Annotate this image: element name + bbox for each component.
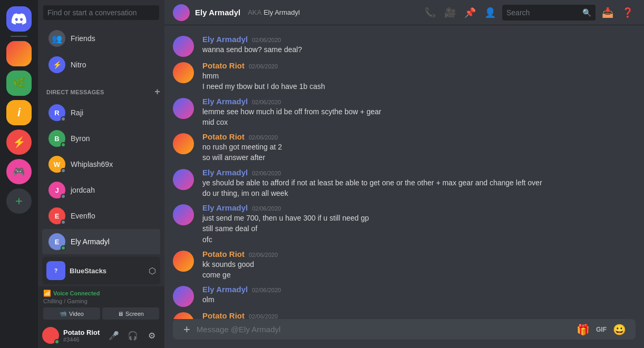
screen-button[interactable]: 🖥 Screen [102, 307, 159, 320]
user-panel: Potato Riot #3446 🎤 🎧 ⚙ [38, 323, 164, 348]
new-dm-button[interactable]: + [154, 86, 160, 97]
msg-avatar-ely-5 [173, 204, 194, 225]
message-group-1: Potato Riot 02/06/2020 hmm I need my tbo… [164, 60, 644, 94]
chat-header: Ely Armadyl AKA Ely Armadyl 📞 🎥 📌 👤 🔍 📥 … [164, 0, 644, 25]
add-server-button[interactable]: + [6, 188, 32, 214]
voice-connected-label: Voice Connected [53, 290, 100, 296]
msg-timestamp-5: 02/06/2020 [252, 205, 281, 212]
msg-text-1-1: I need my tbow but I do have 1b cash [202, 82, 636, 92]
msg-content-4: Ely Armadyl 02/06/2020 ye should be able… [202, 168, 636, 200]
message-group-0: Ely Armadyl 02/06/2020 wanna send bow? s… [164, 34, 644, 58]
sidebar-item-nitro[interactable]: ⚡ Nitro [42, 52, 160, 77]
dm-item-byron[interactable]: B Byron [42, 126, 160, 151]
friends-label: Friends [71, 34, 95, 43]
nitro-icon: ⚡ [48, 56, 65, 73]
sidebar-item-friends[interactable]: 👥 Friends [42, 26, 160, 51]
msg-avatar-ely-0 [173, 36, 194, 57]
bluestacks-icon: ? [46, 261, 65, 280]
bluestacks-expand-icon[interactable]: ⬡ [149, 266, 156, 276]
voice-channel-label: Chilling / Gaming [43, 298, 159, 304]
gift-button[interactable]: 🎁 [575, 322, 591, 337]
friends-icon: 👥 [48, 30, 65, 47]
avatar-byron: B [48, 130, 65, 147]
screen-icon: 🖥 [118, 311, 123, 317]
msg-author-7: Ely Armadyl [202, 285, 248, 294]
pin-button[interactable]: 📌 [462, 5, 478, 21]
avatar-whiplash: W [48, 156, 65, 173]
user-tag: #3446 [63, 336, 101, 343]
dm-name-whiplash: Whiplash69x [71, 160, 113, 168]
msg-avatar-potato-6 [173, 251, 194, 272]
user-avatar [42, 327, 59, 344]
message-input-area: + 🎁 GIF 😀 [164, 319, 644, 348]
user-name: Potato Riot [63, 329, 101, 336]
msg-avatar-ely-2 [173, 98, 194, 119]
search-box: 🔍 [502, 5, 596, 21]
input-right-icons: 🎁 GIF 😀 [575, 322, 627, 337]
msg-text-6-1: come ge [202, 270, 636, 280]
bluestacks-name: BlueStacks [70, 267, 106, 275]
video-call-button[interactable]: 🎥 [442, 5, 458, 21]
message-group-5: Ely Armadyl 02/06/2020 just send me 700,… [164, 202, 644, 246]
dm-item-raji[interactable]: R Raji [42, 100, 160, 125]
dm-search-area [38, 0, 164, 25]
search-input-header[interactable] [506, 8, 580, 17]
msg-timestamp-2: 02/06/2020 [252, 99, 281, 105]
settings-button[interactable]: ⚙ [143, 327, 160, 344]
msg-text-2-0: lemme see how much id be off from scythe… [202, 107, 636, 117]
aka-label: AKA [248, 8, 261, 16]
voice-signal-icon: 📶 [43, 290, 51, 297]
add-friend-button[interactable]: 👤 [482, 5, 498, 21]
gif-button[interactable]: GIF [595, 325, 608, 334]
message-group-8: Potato Riot 02/06/2020 kk trade my pure … [164, 310, 644, 319]
bluestacks-panel: ? BlueStacks ⬡ [42, 257, 160, 284]
msg-content-2: Ely Armadyl 02/06/2020 lemme see how muc… [202, 97, 636, 128]
msg-author-3: Potato Riot [202, 132, 245, 141]
msg-content-1: Potato Riot 02/06/2020 hmm I need my tbo… [202, 61, 636, 93]
call-button[interactable]: 📞 [422, 5, 438, 21]
dm-name-byron: Byron [71, 134, 90, 143]
inbox-button[interactable]: 📥 [600, 5, 616, 21]
message-input-box: + 🎁 GIF 😀 [173, 319, 636, 340]
server-icon-3[interactable]: i [6, 100, 32, 125]
dm-item-evenflo[interactable]: E Evenflo [42, 203, 160, 228]
server-icon-5[interactable]: 🎮 [6, 159, 32, 184]
dm-item-whiplash[interactable]: W Whiplash69x [42, 152, 160, 177]
msg-text-3-0: no rush got meeting at 2 [202, 142, 636, 152]
msg-content-7: Ely Armadyl 02/06/2020 olm [202, 285, 636, 307]
message-group-4: Ely Armadyl 02/06/2020 ye should be able… [164, 167, 644, 201]
search-input[interactable] [43, 5, 159, 20]
msg-text-4-0: ye should be able to afford if not at le… [202, 178, 636, 188]
msg-text-5-0: just send me 700, then u have 300 if u s… [202, 213, 636, 223]
msg-author-1: Potato Riot [202, 61, 245, 70]
msg-avatar-ely-4 [173, 169, 194, 190]
chat-header-name: Ely Armadyl [195, 8, 240, 17]
dm-item-ely-armadyl[interactable]: E Ely Armadyl [42, 229, 160, 254]
message-input[interactable] [197, 319, 571, 340]
avatar-raji: R [48, 104, 65, 121]
emoji-button[interactable]: 😀 [612, 322, 627, 337]
server-icon-4[interactable]: ⚡ [6, 130, 32, 155]
msg-author-8: Potato Riot [202, 311, 245, 319]
mute-button[interactable]: 🎤 [105, 327, 122, 344]
msg-content-3: Potato Riot 02/06/2020 no rush got meeti… [202, 132, 636, 164]
deafen-button[interactable]: 🎧 [124, 327, 141, 344]
server-separator [11, 36, 27, 37]
dm-item-jordcah[interactable]: J jordcah [42, 177, 160, 203]
msg-avatar-ely-7 [173, 286, 194, 307]
chat-area: Ely Armadyl AKA Ely Armadyl 📞 🎥 📌 👤 🔍 📥 … [164, 0, 644, 348]
message-group-7: Ely Armadyl 02/06/2020 olm [164, 284, 644, 308]
server-icon-1[interactable] [6, 41, 32, 66]
msg-text-5-1: still same deal of [202, 224, 636, 234]
discord-home-icon[interactable] [6, 6, 32, 32]
msg-timestamp-7: 02/06/2020 [252, 287, 281, 293]
attach-button[interactable]: + [181, 321, 192, 339]
dm-sidebar: 👥 Friends ⚡ Nitro DIRECT MESSAGES + R Ra… [38, 0, 164, 348]
server-icon-2[interactable]: 🌿 [6, 71, 32, 96]
nitro-label: Nitro [71, 61, 86, 69]
search-icon: 🔍 [582, 8, 591, 17]
msg-author-6: Potato Riot [202, 250, 245, 258]
header-icons: 📞 🎥 📌 👤 🔍 📥 ❓ [422, 5, 636, 21]
help-button[interactable]: ❓ [620, 5, 636, 21]
video-button[interactable]: 📹 Video [43, 307, 100, 320]
